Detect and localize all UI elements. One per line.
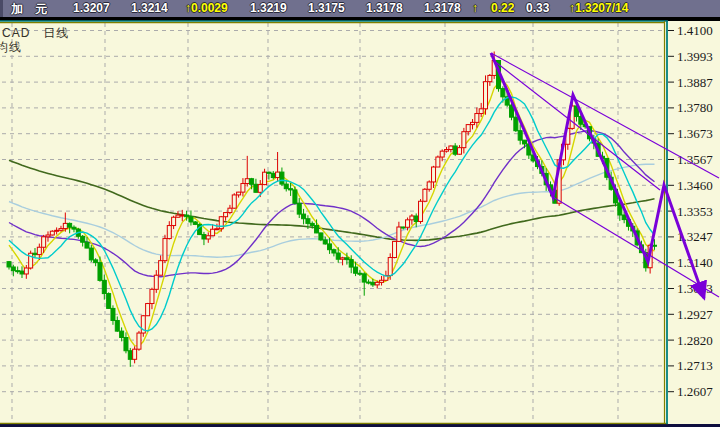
- candle-down: [349, 260, 353, 267]
- candle-down: [289, 189, 293, 190]
- candle-up: [55, 230, 59, 231]
- candle-down: [401, 227, 405, 228]
- candle-up: [63, 223, 67, 228]
- candle-down: [202, 235, 206, 239]
- candle-up: [406, 220, 410, 227]
- candle-down: [267, 172, 271, 173]
- candle-down: [72, 227, 76, 229]
- candle-down: [332, 250, 336, 253]
- candle-down: [128, 351, 132, 360]
- candle-up: [228, 208, 232, 212]
- candle-up: [176, 215, 180, 217]
- candle-up: [410, 216, 414, 220]
- candle-up: [172, 217, 176, 225]
- candle-up: [24, 268, 28, 274]
- axis-price-label: 1.2927: [677, 307, 713, 322]
- candle-down: [107, 294, 111, 309]
- axis-price-label: 1.4100: [677, 23, 713, 38]
- candle-up: [159, 261, 163, 276]
- candle-up: [423, 189, 427, 201]
- axis-price-label: 1.2607: [677, 384, 713, 399]
- candle-up: [388, 258, 392, 276]
- candle-down: [89, 248, 93, 260]
- moving-average-legend-label: 均线: [0, 39, 22, 56]
- candle-down: [622, 215, 626, 220]
- candle-down: [11, 267, 15, 271]
- candle-down: [124, 337, 128, 350]
- candle-up: [419, 201, 423, 221]
- candle-down: [362, 274, 366, 282]
- candle-down: [185, 215, 189, 217]
- candle-down: [306, 219, 310, 224]
- trading-terminal-window: 加 元 1.32071.3214↑0.00291.32191.31751.317…: [0, 0, 720, 427]
- candle-up: [163, 239, 167, 261]
- axis-price-label: 1.3887: [677, 75, 713, 90]
- candle-up: [37, 247, 41, 254]
- candle-up: [466, 125, 470, 132]
- candle-up: [440, 151, 444, 157]
- candle-up: [471, 122, 475, 124]
- candle-down: [7, 262, 11, 267]
- candle-up: [219, 217, 223, 229]
- candle-down: [453, 146, 457, 154]
- candle-down: [81, 236, 85, 242]
- candle-up: [449, 146, 453, 150]
- candle-up: [245, 179, 249, 184]
- candle-down: [358, 273, 362, 274]
- candle-up: [146, 304, 150, 316]
- candle-down: [652, 245, 656, 246]
- candle-up: [150, 289, 154, 303]
- axis-price-label: 1.3033: [677, 281, 713, 296]
- axis-price-label: 1.3460: [677, 178, 713, 193]
- candle-down: [319, 233, 323, 240]
- candle-up: [393, 241, 397, 257]
- candle-up: [427, 182, 431, 189]
- candle-up: [475, 114, 479, 123]
- candle-up: [479, 109, 483, 114]
- candle-down: [345, 258, 349, 260]
- candle-down: [254, 184, 258, 192]
- candle-up: [167, 226, 171, 239]
- candle-up: [211, 229, 215, 235]
- candle-down: [328, 244, 332, 250]
- candle-up: [42, 237, 46, 247]
- candle-up: [237, 192, 241, 195]
- candle-up: [445, 150, 449, 152]
- axis-price-label: 1.2820: [677, 333, 713, 348]
- price-chart[interactable]: 1.41001.39931.38871.37801.36731.35671.34…: [0, 0, 720, 427]
- candle-up: [46, 235, 50, 237]
- candle-up: [258, 185, 262, 193]
- candle-down: [414, 216, 418, 221]
- candle-down: [367, 282, 371, 283]
- candle-down: [193, 222, 197, 224]
- candle-down: [68, 223, 72, 227]
- candle-down: [250, 179, 254, 185]
- candle-down: [293, 190, 297, 203]
- axis-price-label: 1.2713: [677, 358, 713, 373]
- candle-down: [98, 263, 102, 281]
- candle-down: [16, 271, 20, 272]
- candle-up: [206, 236, 210, 239]
- candle-up: [59, 229, 63, 231]
- axis-price-label: 1.3673: [677, 126, 713, 141]
- candle-down: [85, 242, 89, 248]
- candle-down: [94, 260, 98, 263]
- axis-price-label: 1.3353: [677, 204, 713, 219]
- candle-up: [263, 172, 267, 184]
- candle-up: [50, 231, 54, 235]
- candle-up: [462, 132, 466, 148]
- axis-price-label: 1.3993: [677, 49, 713, 64]
- candle-up: [380, 280, 384, 282]
- candle-down: [111, 308, 115, 320]
- candle-up: [215, 229, 219, 230]
- candle-up: [341, 258, 345, 259]
- candle-up: [241, 184, 245, 193]
- candle-up: [276, 172, 280, 177]
- candle-down: [271, 173, 275, 177]
- candle-up: [154, 275, 158, 289]
- candle-up: [432, 167, 436, 182]
- candle-down: [310, 223, 314, 225]
- candle-down: [371, 282, 375, 285]
- candle-up: [224, 213, 228, 217]
- candle-down: [20, 271, 24, 274]
